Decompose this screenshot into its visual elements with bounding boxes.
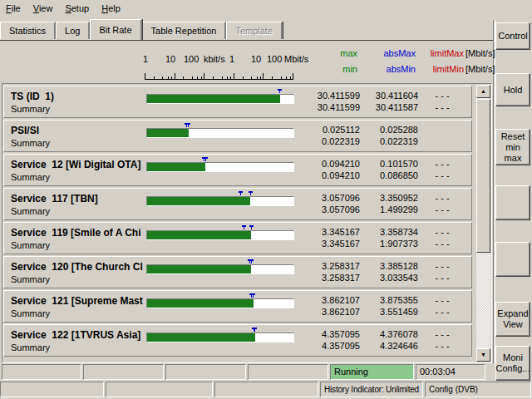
status-config: Config (DVB) xyxy=(425,382,531,397)
service-summary-label: Summary xyxy=(11,138,50,148)
value-min: 4.357095 xyxy=(302,341,360,351)
value-limitmax: - - - xyxy=(418,193,466,203)
value-absmax: 0.101570 xyxy=(362,159,418,169)
bitrate-bar-fill xyxy=(147,163,205,171)
bitrate-bar-track xyxy=(146,94,294,104)
bitrate-bar-fill xyxy=(147,231,251,239)
service-summary-label: Summary xyxy=(11,274,50,284)
bitrate-header: 1 10 100 kbit/s 1 10 100 Mbit/s max absM… xyxy=(2,41,492,83)
value-absmin: 0.086850 xyxy=(362,170,418,180)
service-summary-label: Summary xyxy=(11,206,50,216)
menu-file[interactable]: File xyxy=(6,0,21,17)
tab-log[interactable]: Log xyxy=(56,22,90,39)
abs-marker-icon xyxy=(249,225,254,227)
abs-marker-icon xyxy=(242,225,246,227)
col-header-absmax: absMax xyxy=(359,48,416,58)
service-name: Service 119 [Smile of A Chi xyxy=(11,227,146,239)
service-name: PSI/SI xyxy=(11,125,146,136)
value-absmin: 3.033543 xyxy=(362,273,418,283)
service-summary-label: Summary xyxy=(11,342,50,352)
service-row: Service 122 [1TVRUS Asia] Summary 4.3570… xyxy=(3,324,472,357)
value-absmax: 3.358734 xyxy=(362,227,418,237)
blank-button[interactable] xyxy=(495,185,530,220)
service-list: TS (ID 1) Summary 30.411599 30.411604 - … xyxy=(2,83,492,363)
col-header-min: min xyxy=(299,64,357,74)
scale-label: 1 xyxy=(143,54,148,64)
vertical-scrollbar[interactable]: ▲ ▼ xyxy=(476,85,490,362)
value-absmin: 1.907373 xyxy=(362,239,418,249)
value-limitmax: - - - xyxy=(418,159,466,169)
service-row: Service 121 [Supreme Mast Summary 3.8621… xyxy=(3,290,472,323)
value-limitmin: - - - xyxy=(418,170,466,180)
value-absmin: 30.411587 xyxy=(362,102,418,112)
tab-template[interactable]: Template xyxy=(226,22,283,39)
menu-bar: FileViewSetupHelp xyxy=(0,0,532,17)
moni-config--button[interactable]: Moni Config... xyxy=(495,346,530,381)
service-name: Service 120 [The Church Cl xyxy=(11,261,146,273)
service-name: Service 117 [TBN] xyxy=(11,193,146,204)
status-elapsed-time: 00:03:04 xyxy=(416,364,485,380)
bitrate-bar-track xyxy=(146,264,294,274)
service-summary-label: Summary xyxy=(11,104,50,114)
service-row: Service 120 [The Church Cl Summary 3.258… xyxy=(3,256,472,288)
status-panel-empty xyxy=(2,364,81,380)
menu-help[interactable]: Help xyxy=(101,0,121,17)
bitrate-bar-fill xyxy=(147,265,251,273)
status-panel-empty xyxy=(83,364,164,380)
value-max: 3.345167 xyxy=(302,227,360,237)
value-absmax: 30.411604 xyxy=(362,91,418,101)
bitrate-bar-fill xyxy=(147,197,250,205)
bitrate-bar-fill xyxy=(147,299,254,308)
service-name: Service 121 [Supreme Mast xyxy=(11,295,146,307)
hold-button[interactable]: Hold xyxy=(495,73,530,106)
bitrate-bar-fill xyxy=(147,129,189,137)
bitrate-analyzer-window: FileViewSetupHelp StatisticsLogBit RateT… xyxy=(0,0,532,399)
tab-table-repetition[interactable]: Table Repetition xyxy=(142,22,227,39)
abs-marker-icon xyxy=(253,328,257,329)
value-min: 3.862107 xyxy=(302,307,360,317)
col-header-absmin: absMin xyxy=(359,64,416,74)
menu-setup[interactable]: Setup xyxy=(65,0,89,17)
bitrate-bar-track xyxy=(146,162,294,172)
scroll-down-icon[interactable]: ▼ xyxy=(476,348,490,362)
abs-marker-icon xyxy=(249,191,253,193)
bitrate-bar-fill xyxy=(147,333,255,342)
tab-bit-rate[interactable]: Bit Rate xyxy=(90,19,141,40)
bitrate-bar-fill xyxy=(147,95,280,103)
service-name: TS (ID 1) xyxy=(11,91,146,102)
value-min: 3.258317 xyxy=(302,273,360,283)
value-max: 30.411599 xyxy=(302,91,360,101)
service-row: Service 12 [Wi Digital OTA] Summary 0.09… xyxy=(3,154,472,186)
tab-statistics[interactable]: Statistics xyxy=(0,22,56,39)
bitrate-bar-track xyxy=(146,332,294,342)
service-row: PSI/SI Summary 0.025112 0.025288 0.02231… xyxy=(3,120,472,152)
expand-view-button[interactable]: Expand View xyxy=(495,302,530,337)
status-running-indicator: Running xyxy=(330,364,414,380)
value-min: 3.057096 xyxy=(302,204,360,214)
value-max: 3.258317 xyxy=(302,261,360,271)
abs-marker-icon xyxy=(278,89,282,91)
menu-view[interactable]: View xyxy=(33,0,53,17)
scale-label: 100 xyxy=(184,54,199,64)
scroll-up-icon[interactable]: ▲ xyxy=(476,85,490,98)
abs-marker-icon xyxy=(251,293,255,295)
service-row: Service 119 [Smile of A Chi Summary 3.34… xyxy=(3,222,472,254)
bitrate-bar-track xyxy=(146,128,294,138)
value-min: 0.022319 xyxy=(302,136,360,146)
bitrate-bar-track xyxy=(146,196,294,206)
control-button[interactable]: Control xyxy=(495,22,530,50)
value-absmax: 4.376078 xyxy=(362,329,418,339)
blank-button[interactable] xyxy=(495,242,530,277)
reset-min-max-button[interactable]: Reset min max xyxy=(495,129,530,165)
value-absmax: 0.025288 xyxy=(362,125,418,135)
status-panel-empty xyxy=(248,364,328,380)
status-panel-empty xyxy=(214,382,318,397)
service-name: Service 12 [Wi Digital OTA] xyxy=(11,159,146,170)
scale-label: 1 xyxy=(229,54,234,64)
value-absmin: 3.551459 xyxy=(362,307,418,317)
service-summary-label: Summary xyxy=(11,240,50,250)
scrollbar-thumb[interactable] xyxy=(476,99,490,253)
log-scale-ruler xyxy=(145,71,293,80)
value-limitmax: - - - xyxy=(418,261,466,271)
abs-marker-icon xyxy=(239,191,243,193)
